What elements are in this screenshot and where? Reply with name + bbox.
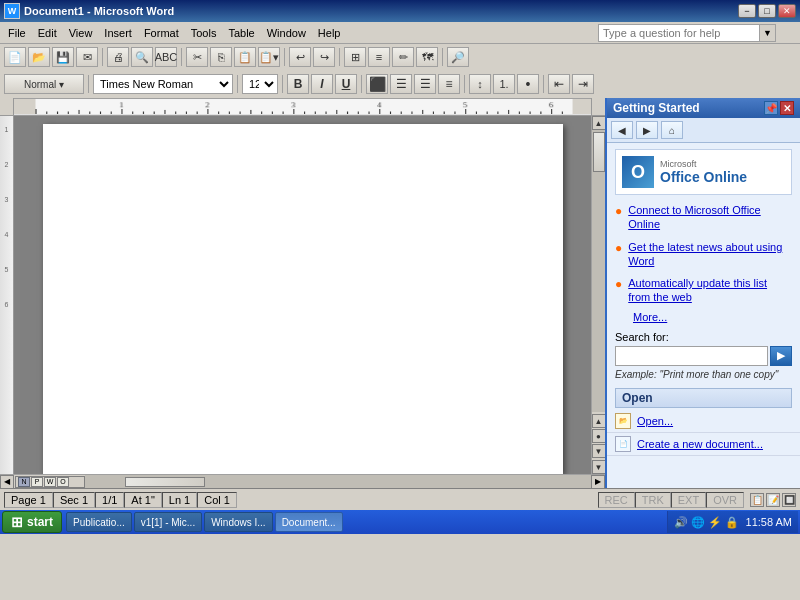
scroll-up-arrow[interactable]: ▲ xyxy=(592,116,606,130)
cut-button[interactable]: ✂ xyxy=(186,47,208,67)
normal-view-btn[interactable]: N xyxy=(18,477,30,487)
status-ln: Ln 1 xyxy=(162,492,197,508)
panel-search-input[interactable] xyxy=(615,346,768,366)
tray-icon-1[interactable]: 🔊 xyxy=(674,516,688,529)
scroll-right-arrow[interactable]: ▶ xyxy=(591,475,605,489)
page-area[interactable] xyxy=(14,116,591,474)
email-button[interactable]: ✉ xyxy=(76,47,98,67)
menu-file[interactable]: File xyxy=(2,25,32,41)
main-content: 1 2 3 4 5 6 ▲ ▲ ● xyxy=(0,98,800,488)
toolbar-standard: 📄 📂 💾 ✉ 🖨 🔍 ABC ✂ ⎘ 📋 📋▾ ↩ ↪ ⊞ ≡ ✏ 🗺 🔎 xyxy=(0,44,800,70)
panel-forward-button[interactable]: ▶ xyxy=(636,121,658,139)
menu-table[interactable]: Table xyxy=(222,25,260,41)
track-icon[interactable]: 📝 xyxy=(766,493,780,507)
columns-button[interactable]: ≡ xyxy=(368,47,390,67)
web-view-btn[interactable]: W xyxy=(44,477,56,487)
print-view-btn[interactable]: P xyxy=(31,477,43,487)
tray-icon-3[interactable]: ⚡ xyxy=(708,516,722,529)
save-button[interactable]: 💾 xyxy=(52,47,74,67)
italic-button[interactable]: I xyxy=(311,74,333,94)
tray-icon-2[interactable]: 🌐 xyxy=(691,516,705,529)
open-label[interactable]: Open... xyxy=(637,415,673,427)
align-right-button[interactable]: ☰ xyxy=(414,74,436,94)
docmap-button[interactable]: 🗺 xyxy=(416,47,438,67)
page-marker[interactable]: ● xyxy=(592,429,606,443)
style-combo[interactable]: Normal ▾ xyxy=(4,74,84,94)
search-row: ▶ xyxy=(615,346,792,366)
numbering-button[interactable]: 1. xyxy=(493,74,515,94)
bullets-button[interactable]: • xyxy=(517,74,539,94)
create-new-item[interactable]: 📄 Create a new document... xyxy=(607,433,800,456)
menu-window[interactable]: Window xyxy=(261,25,312,41)
menu-edit[interactable]: Edit xyxy=(32,25,63,41)
taskbar-app-1[interactable]: v1[1] - Mic... xyxy=(134,512,202,532)
help-search-go[interactable]: ▼ xyxy=(759,25,775,41)
print-preview-button[interactable]: 🔍 xyxy=(131,47,153,67)
menu-insert[interactable]: Insert xyxy=(98,25,138,41)
tray-icon-4[interactable]: 🔒 xyxy=(725,516,739,529)
justify-button[interactable]: ≡ xyxy=(438,74,460,94)
panel-pin-button[interactable]: 📌 xyxy=(764,101,778,115)
paste-special-button[interactable]: 📋▾ xyxy=(258,47,280,67)
system-clock: 11:58 AM xyxy=(746,516,792,528)
page-down-button[interactable]: ▼ xyxy=(592,444,606,458)
minimize-button[interactable]: − xyxy=(738,4,756,18)
close-button[interactable]: ✕ xyxy=(778,4,796,18)
h-scroll-thumb[interactable] xyxy=(125,477,205,487)
underline-button[interactable]: U xyxy=(335,74,357,94)
align-left-button[interactable]: ⬛ xyxy=(366,74,388,94)
scroll-track[interactable] xyxy=(592,130,606,412)
menu-format[interactable]: Format xyxy=(138,25,185,41)
link-autoupdate[interactable]: Automatically update this list from the … xyxy=(628,276,792,305)
start-button[interactable]: ⊞ start xyxy=(2,511,62,533)
panel-home-button[interactable]: ⌂ xyxy=(661,121,683,139)
panel-back-button[interactable]: ◀ xyxy=(611,121,633,139)
link-connect[interactable]: Connect to Microsoft Office Online xyxy=(628,203,792,232)
view-icon[interactable]: 📋 xyxy=(750,493,764,507)
taskbar-app-3[interactable]: Document... xyxy=(275,512,343,532)
open-button[interactable]: 📂 xyxy=(28,47,50,67)
taskbar-app-0[interactable]: Publicatio... xyxy=(66,512,132,532)
document-page xyxy=(43,124,563,474)
undo-button[interactable]: ↩ xyxy=(289,47,311,67)
font-size-selector[interactable]: 12 10 11 14 16 xyxy=(242,74,278,94)
scroll-thumb[interactable] xyxy=(593,132,605,172)
panel-controls: 📌 ✕ xyxy=(764,101,794,115)
table-button[interactable]: ⊞ xyxy=(344,47,366,67)
scroll-down-arrow[interactable]: ▼ xyxy=(592,460,606,474)
new-button[interactable]: 📄 xyxy=(4,47,26,67)
align-center-button[interactable]: ☰ xyxy=(390,74,412,94)
start-label: start xyxy=(27,515,53,529)
font-selector[interactable]: Times New Roman Arial Calibri xyxy=(93,74,233,94)
search-go-button[interactable]: ▶ xyxy=(770,346,792,366)
bold-button[interactable]: B xyxy=(287,74,309,94)
paste-button[interactable]: 📋 xyxy=(234,47,256,67)
layout-icon[interactable]: 🔲 xyxy=(782,493,796,507)
taskbar-app-2[interactable]: Windows I... xyxy=(204,512,272,532)
copy-button[interactable]: ⎘ xyxy=(210,47,232,67)
print-button[interactable]: 🖨 xyxy=(107,47,129,67)
search-label: Search for: xyxy=(615,331,792,343)
menu-view[interactable]: View xyxy=(63,25,99,41)
draw-button[interactable]: ✏ xyxy=(392,47,414,67)
spellcheck-button[interactable]: ABC xyxy=(155,47,177,67)
restore-button[interactable]: □ xyxy=(758,4,776,18)
link-news[interactable]: Get the latest news about using Word xyxy=(628,240,792,269)
create-label[interactable]: Create a new document... xyxy=(637,438,763,450)
more-link[interactable]: More... xyxy=(633,311,792,323)
zoom-button[interactable]: 🔎 xyxy=(447,47,469,67)
open-file-item[interactable]: 📂 Open... xyxy=(607,410,800,433)
menu-tools[interactable]: Tools xyxy=(185,25,223,41)
outline-view-btn[interactable]: O xyxy=(57,477,69,487)
h-scroll-track[interactable] xyxy=(85,475,591,489)
line-spacing-button[interactable]: ↕ xyxy=(469,74,491,94)
help-search-input[interactable] xyxy=(599,27,759,39)
increase-indent-button[interactable]: ⇥ xyxy=(572,74,594,94)
link-item-2: ● Get the latest news about using Word xyxy=(615,240,792,269)
redo-button[interactable]: ↪ xyxy=(313,47,335,67)
decrease-indent-button[interactable]: ⇤ xyxy=(548,74,570,94)
panel-close-button[interactable]: ✕ xyxy=(780,101,794,115)
page-up-button[interactable]: ▲ xyxy=(592,414,606,428)
scroll-left-arrow[interactable]: ◀ xyxy=(0,475,14,489)
menu-help[interactable]: Help xyxy=(312,25,347,41)
